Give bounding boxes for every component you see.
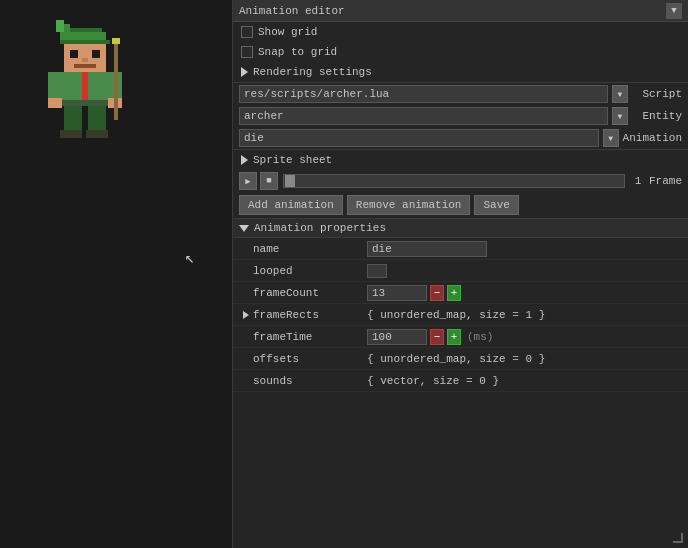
snap-grid-checkbox[interactable] bbox=[241, 46, 253, 58]
rendering-settings-row[interactable]: Rendering settings bbox=[233, 62, 688, 82]
svg-rect-5 bbox=[92, 50, 100, 58]
entity-select[interactable]: archer bbox=[239, 107, 608, 125]
looped-label: looped bbox=[233, 265, 363, 277]
left-panel: ↖ bbox=[0, 0, 232, 548]
looped-toggle[interactable] bbox=[367, 264, 387, 278]
script-label: Script bbox=[632, 88, 682, 100]
add-animation-button[interactable]: Add animation bbox=[239, 195, 343, 215]
stop-button[interactable]: ■ bbox=[260, 172, 278, 190]
sprite-sheet-triangle bbox=[241, 155, 248, 165]
frametime-value-cell: − + (ms) bbox=[363, 329, 688, 345]
play-icon: ▶ bbox=[245, 176, 250, 187]
frame-slider[interactable] bbox=[283, 174, 625, 188]
svg-rect-0 bbox=[68, 28, 102, 32]
name-input[interactable] bbox=[367, 241, 487, 257]
snap-grid-row[interactable]: Snap to grid bbox=[233, 42, 688, 62]
script-value: res/scripts/archer.lua bbox=[244, 88, 389, 100]
play-button[interactable]: ▶ bbox=[239, 172, 257, 190]
header-dropdown[interactable]: ▼ bbox=[666, 3, 682, 19]
svg-rect-19 bbox=[60, 130, 82, 138]
frame-controls-row: ▶ ■ 1 Frame bbox=[233, 170, 688, 192]
framerects-value: { unordered_map, size = 1 } bbox=[367, 309, 545, 321]
name-value-cell bbox=[363, 241, 688, 257]
script-row: res/scripts/archer.lua ▼ Script bbox=[233, 83, 688, 105]
animation-value: die bbox=[244, 132, 264, 144]
svg-rect-16 bbox=[112, 38, 120, 44]
panel-title: Animation editor bbox=[239, 5, 345, 17]
framerects-triangle bbox=[243, 311, 249, 319]
show-grid-checkbox[interactable] bbox=[241, 26, 253, 38]
sprite-preview bbox=[40, 20, 130, 140]
stop-icon: ■ bbox=[266, 176, 271, 186]
mouse-cursor: ↖ bbox=[185, 248, 195, 268]
looped-property-row: looped bbox=[233, 260, 688, 282]
svg-rect-7 bbox=[82, 58, 88, 62]
frametime-minus-button[interactable]: − bbox=[430, 329, 444, 345]
frame-number: 1 bbox=[630, 175, 646, 187]
animation-select[interactable]: die bbox=[239, 129, 599, 147]
framecount-minus-button[interactable]: − bbox=[430, 285, 444, 301]
panel-header: Animation editor ▼ bbox=[233, 0, 688, 22]
sprite-sheet-row[interactable]: Sprite sheet bbox=[233, 150, 688, 170]
properties-table: name looped frameCount − + bbox=[233, 238, 688, 392]
svg-rect-11 bbox=[48, 72, 62, 100]
looped-value-cell bbox=[363, 264, 688, 278]
svg-rect-9 bbox=[82, 72, 88, 104]
sounds-property-row: sounds { vector, size = 0 } bbox=[233, 370, 688, 392]
frametime-unit: (ms) bbox=[467, 331, 493, 343]
frametime-input[interactable] bbox=[367, 329, 427, 345]
offsets-property-row: offsets { unordered_map, size = 0 } bbox=[233, 348, 688, 370]
svg-rect-15 bbox=[114, 40, 118, 120]
sounds-value: { vector, size = 0 } bbox=[367, 375, 499, 387]
entity-row: archer ▼ Entity bbox=[233, 105, 688, 127]
resize-handle[interactable] bbox=[673, 533, 683, 543]
offsets-value-cell: { unordered_map, size = 0 } bbox=[363, 353, 688, 365]
offsets-value: { unordered_map, size = 0 } bbox=[367, 353, 545, 365]
sounds-value-cell: { vector, size = 0 } bbox=[363, 375, 688, 387]
animation-properties-label: Animation properties bbox=[254, 222, 386, 234]
frametime-plus-button[interactable]: + bbox=[447, 329, 461, 345]
animation-row: die ▼ Animation bbox=[233, 127, 688, 149]
svg-rect-13 bbox=[48, 98, 62, 108]
sprite-sheet-label: Sprite sheet bbox=[253, 154, 332, 166]
animation-properties-header[interactable]: Animation properties bbox=[233, 218, 688, 238]
frametime-property-row: frameTime − + (ms) bbox=[233, 326, 688, 348]
frame-slider-thumb bbox=[285, 175, 295, 187]
svg-rect-17 bbox=[64, 106, 82, 132]
animation-props-triangle bbox=[239, 225, 249, 232]
frametime-label: frameTime bbox=[233, 331, 363, 343]
script-select[interactable]: res/scripts/archer.lua bbox=[239, 85, 608, 103]
svg-rect-2 bbox=[60, 40, 110, 44]
rendering-label: Rendering settings bbox=[253, 66, 372, 78]
svg-rect-20 bbox=[86, 130, 108, 138]
svg-rect-1 bbox=[64, 32, 106, 40]
framerects-value-cell: { unordered_map, size = 1 } bbox=[363, 309, 688, 321]
framecount-plus-button[interactable]: + bbox=[447, 285, 461, 301]
animation-dropdown-btn[interactable]: ▼ bbox=[603, 129, 619, 147]
frame-label: Frame bbox=[649, 175, 682, 187]
snap-grid-label: Snap to grid bbox=[258, 46, 337, 58]
name-property-row: name bbox=[233, 238, 688, 260]
animation-label: Animation bbox=[623, 132, 682, 144]
show-grid-row[interactable]: Show grid bbox=[233, 22, 688, 42]
sounds-label: sounds bbox=[233, 375, 363, 387]
framerects-property-row[interactable]: frameRects { unordered_map, size = 1 } bbox=[233, 304, 688, 326]
svg-rect-18 bbox=[88, 106, 106, 132]
entity-value: archer bbox=[244, 110, 284, 122]
right-panel: Animation editor ▼ Show grid Snap to gri… bbox=[232, 0, 688, 548]
framerects-label: frameRects bbox=[233, 309, 363, 321]
entity-label: Entity bbox=[632, 110, 682, 122]
action-buttons-row: Add animation Remove animation Save bbox=[233, 192, 688, 218]
save-button[interactable]: Save bbox=[474, 195, 518, 215]
framecount-label: frameCount bbox=[233, 287, 363, 299]
show-grid-label: Show grid bbox=[258, 26, 317, 38]
script-dropdown-btn[interactable]: ▼ bbox=[612, 85, 628, 103]
name-label: name bbox=[233, 243, 363, 255]
entity-dropdown-btn[interactable]: ▼ bbox=[612, 107, 628, 125]
svg-rect-10 bbox=[62, 100, 108, 106]
framecount-input[interactable] bbox=[367, 285, 427, 301]
svg-rect-22 bbox=[56, 20, 64, 32]
rendering-triangle bbox=[241, 67, 248, 77]
remove-animation-button[interactable]: Remove animation bbox=[347, 195, 471, 215]
framecount-property-row: frameCount − + bbox=[233, 282, 688, 304]
